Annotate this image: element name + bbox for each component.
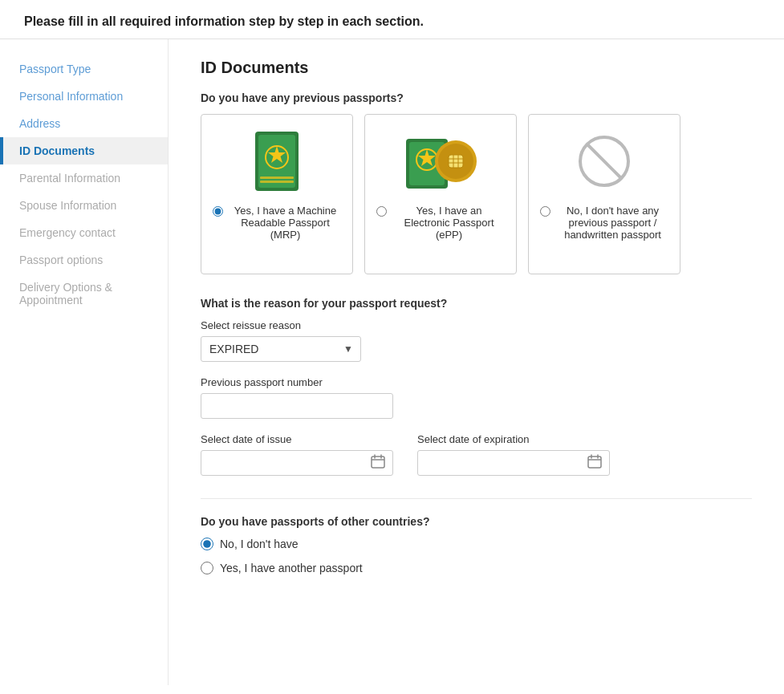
passport-cards: Yes, I have a Machine Readable Passport …: [201, 114, 752, 274]
none-radio[interactable]: [540, 206, 550, 217]
passport-card-none[interactable]: No, I don't have any previous passport /…: [528, 114, 680, 274]
mrp-radio-label[interactable]: Yes, I have a Machine Readable Passport …: [213, 205, 341, 241]
previous-passports-question: Do you have any previous passports?: [201, 91, 752, 104]
epp-radio[interactable]: [376, 206, 387, 217]
sidebar-item-parental-information: Parental Information: [0, 164, 168, 192]
passport-card-mrp[interactable]: Yes, I have a Machine Readable Passport …: [201, 114, 353, 274]
page-header: Please fill in all required information …: [0, 0, 784, 39]
no-passport-icon: [577, 129, 632, 193]
sidebar-item-passport-type[interactable]: Passport Type: [0, 55, 168, 83]
content-area: ID Documents Do you have any previous pa…: [169, 39, 784, 685]
main-layout: Passport Type Personal Information Addre…: [0, 39, 784, 685]
reissue-reason-select-wrapper[interactable]: EXPIRED LOST DAMAGED ▼: [201, 336, 361, 362]
date-of-expiration-wrapper[interactable]: [417, 450, 610, 476]
section-title: ID Documents: [201, 59, 752, 77]
sidebar-item-delivery-options: Delivery Options & Appointment: [0, 274, 168, 314]
mrp-radio[interactable]: [213, 206, 223, 217]
svg-line-18: [588, 145, 620, 177]
svg-rect-1: [258, 135, 295, 188]
no-other-label[interactable]: No, I don't have: [220, 538, 299, 550]
date-of-expiration-label: Select date of expiration: [417, 433, 610, 445]
epp-radio-label[interactable]: Yes, I have an Electronic Passport (ePP): [376, 205, 505, 241]
section-divider: [201, 498, 752, 499]
passport-card-epp[interactable]: Yes, I have an Electronic Passport (ePP): [364, 114, 517, 274]
reissue-reason-field: Select reissue reason EXPIRED LOST DAMAG…: [201, 319, 752, 362]
date-of-issue-input[interactable]: [201, 450, 393, 476]
other-countries-question: Do you have passports of other countries…: [201, 515, 752, 528]
epp-label[interactable]: Yes, I have an Electronic Passport (ePP): [393, 205, 505, 241]
date-of-issue-label: Select date of issue: [201, 433, 393, 445]
mrp-card-icon: [252, 129, 302, 193]
select-reason-label: Select reissue reason: [201, 319, 752, 331]
sidebar-item-emergency-contact: Emergency contact: [0, 219, 168, 246]
date-fields-row: Select date of issue: [201, 433, 752, 476]
sidebar-item-address[interactable]: Address: [0, 110, 168, 137]
date-of-issue-group: Select date of issue: [201, 433, 393, 476]
yes-other-label[interactable]: Yes, I have another passport: [220, 562, 363, 574]
passport-number-input[interactable]: [201, 393, 393, 419]
date-of-expiration-input[interactable]: [417, 450, 610, 476]
reissue-reason-select[interactable]: EXPIRED LOST DAMAGED: [201, 336, 361, 362]
passport-number-field: Previous passport number: [201, 376, 752, 419]
sidebar: Passport Type Personal Information Addre…: [0, 39, 169, 685]
reason-question: What is the reason for your passport req…: [201, 297, 752, 310]
reason-section: What is the reason for your passport req…: [201, 297, 752, 476]
svg-rect-12: [449, 155, 463, 168]
other-passports-section: Do you have passports of other countries…: [201, 515, 752, 574]
date-of-issue-wrapper[interactable]: [201, 450, 393, 476]
sidebar-item-passport-options: Passport options: [0, 246, 168, 274]
no-passport-radio-label[interactable]: No, I don't have any previous passport /…: [540, 205, 668, 241]
date-of-expiration-group: Select date of expiration: [417, 433, 610, 476]
sidebar-item-spouse-information: Spouse Information: [0, 192, 168, 219]
mrp-label[interactable]: Yes, I have a Machine Readable Passport …: [230, 205, 341, 241]
yes-other-passport-option[interactable]: Yes, I have another passport: [201, 562, 752, 574]
none-label[interactable]: No, I don't have any previous passport /…: [557, 205, 668, 241]
passport-number-label: Previous passport number: [201, 376, 752, 388]
page-instruction: Please fill in all required information …: [24, 14, 760, 29]
sidebar-item-personal-information[interactable]: Personal Information: [0, 83, 168, 110]
no-other-passport-option[interactable]: No, I don't have: [201, 538, 752, 550]
yes-other-radio[interactable]: [201, 562, 213, 574]
svg-rect-5: [260, 181, 294, 183]
epp-card-icon: [404, 129, 477, 193]
no-other-radio[interactable]: [201, 538, 213, 550]
sidebar-item-id-documents[interactable]: ID Documents: [0, 137, 168, 164]
svg-rect-4: [260, 177, 294, 179]
